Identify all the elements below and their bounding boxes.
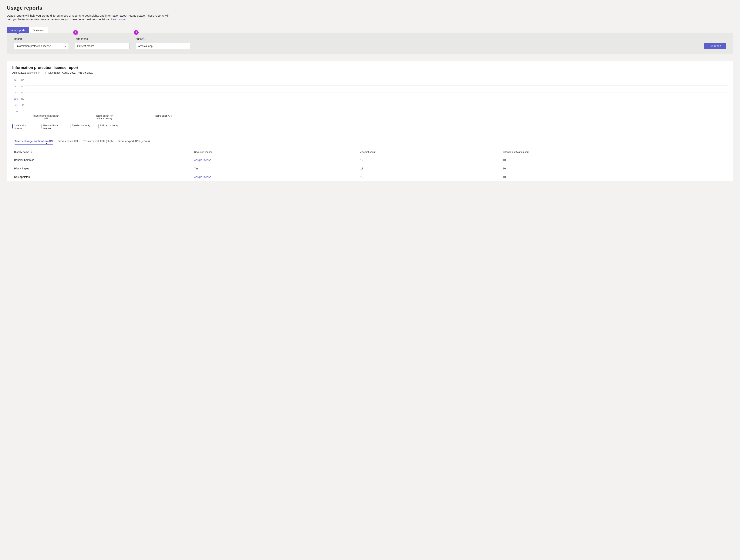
y-tick-right: 400: [19, 85, 24, 88]
info-icon[interactable]: i: [143, 37, 145, 40]
legend-item-users-with-license: Users with license: [12, 124, 33, 130]
top-tabs: View reports Download: [7, 27, 733, 33]
y-tick-left: 18k: [12, 92, 17, 94]
callout-badge-2: 2: [134, 30, 138, 35]
cell-change-sent: 10: [501, 164, 728, 173]
legend-item-seeded-capacity: Seeded capacity: [70, 124, 90, 130]
legend-item-utilized-capacity: Utilized capacity: [98, 124, 118, 130]
date-range-label: 1 Date range: [75, 37, 129, 40]
report-sub-tabs: Teams change notification API Teams patc…: [12, 136, 728, 144]
date-range-label-text: Date range: [75, 37, 88, 40]
table-row[interactable]: Hilary ReyesYes1310: [12, 164, 728, 173]
apps-value: Archival app: [138, 44, 153, 47]
x-axis-label: Teams export API(chat + teams): [90, 115, 119, 120]
license-value: Yes: [194, 167, 198, 170]
col-required-license[interactable]: Required license: [192, 148, 358, 156]
date-range-input[interactable]: Current month: [75, 43, 129, 49]
col-attempt-count[interactable]: Attempt count: [358, 148, 501, 156]
x-axis-label: Teams patch API: [149, 115, 177, 120]
report-meta: Aug 7, 2021 11:59 am (PT) | Date range: …: [12, 71, 728, 74]
apps-label-text: Apps: [135, 37, 142, 40]
cell-required-license: Assign license: [192, 173, 358, 181]
report-title: Information protection license report: [12, 66, 728, 70]
tab-view-reports[interactable]: View reports: [7, 27, 29, 33]
x-axis-label: Teams change notification API: [32, 115, 60, 120]
bar-chart: 30k24k18k12k6k0 5004003002001000: [12, 79, 728, 113]
cell-display-name: Babak Shammas: [12, 156, 192, 164]
legend-item-users-without-license: Users without license: [41, 124, 62, 130]
y-tick-right: 0: [19, 110, 24, 112]
chart-legend: Users with license Users without license…: [12, 124, 728, 136]
table-row[interactable]: Babak ShammasAssign license1210: [12, 156, 728, 164]
report-table: Display name ↓ Required license Attempt …: [12, 148, 728, 181]
cell-change-sent: 10: [501, 156, 728, 164]
page-title: Usage reports: [7, 5, 733, 11]
cell-display-name: Roy Appleton: [12, 173, 192, 181]
report-select-value: Information protection license: [16, 44, 51, 47]
tab-download[interactable]: Download: [29, 27, 48, 33]
cell-required-license: Yes: [192, 164, 358, 173]
cell-attempt-count: 13: [358, 164, 501, 173]
sub-tab-export-teams[interactable]: Teams export APIs (teams): [118, 140, 150, 144]
report-select[interactable]: Information protection license ⌄: [14, 43, 69, 49]
learn-more-link[interactable]: Learn more: [111, 18, 125, 21]
run-report-button[interactable]: Run report: [704, 43, 726, 49]
y-tick-left: 0: [12, 110, 17, 112]
y-tick-right: 200: [19, 98, 24, 100]
y-tick-left: 24k: [12, 85, 17, 88]
generated-date: Aug 7, 2021: [12, 71, 26, 74]
page-subtitle-text: Usage reports will help you create diffe…: [7, 14, 168, 21]
col-change-sent[interactable]: Change notification sent: [501, 148, 728, 156]
filter-bar: Report Information protection license ⌄ …: [7, 33, 733, 54]
cell-change-sent: 10: [501, 173, 728, 181]
y-tick-right: 500: [19, 79, 24, 81]
cell-display-name: Hilary Reyes: [12, 164, 192, 173]
callout-badge-1: 1: [73, 30, 78, 35]
y-tick-left: 30k: [12, 79, 17, 81]
date-range-value-text: Aug 1, 2021 - Aug 30, 2021: [62, 71, 93, 74]
col-display-name[interactable]: Display name ↓: [12, 148, 192, 156]
apps-label: 2 Apps i: [135, 37, 190, 40]
page-subtitle: Usage reports will help you create diffe…: [7, 14, 171, 21]
sub-tab-export-chat[interactable]: Teams export APIs (chat): [83, 140, 112, 144]
sub-tab-patch-api[interactable]: Teams patch API: [58, 140, 78, 144]
y-tick-left: 12k: [12, 98, 17, 100]
date-range-prefix: Date range:: [48, 71, 62, 74]
date-range-value: Current month: [77, 44, 94, 47]
assign-license-link[interactable]: Assign license: [194, 158, 211, 161]
cell-attempt-count: 12: [358, 156, 501, 164]
y-tick-right: 300: [19, 92, 24, 94]
report-label: Report: [14, 37, 69, 40]
report-card: Information protection license report Au…: [7, 61, 733, 182]
generated-time: 11:59 am (PT): [27, 71, 42, 74]
y-tick-right: 100: [19, 104, 24, 106]
sort-desc-icon: ↓: [31, 151, 32, 153]
assign-license-link[interactable]: Assign license: [194, 176, 211, 179]
apps-input[interactable]: Archival app: [135, 43, 190, 49]
cell-attempt-count: 12: [358, 173, 501, 181]
cell-required-license: Assign license: [192, 156, 358, 164]
y-tick-left: 6k: [12, 104, 17, 106]
chevron-down-icon: ⌄: [65, 45, 66, 47]
table-row[interactable]: Roy AppletonAssign license1210: [12, 173, 728, 181]
